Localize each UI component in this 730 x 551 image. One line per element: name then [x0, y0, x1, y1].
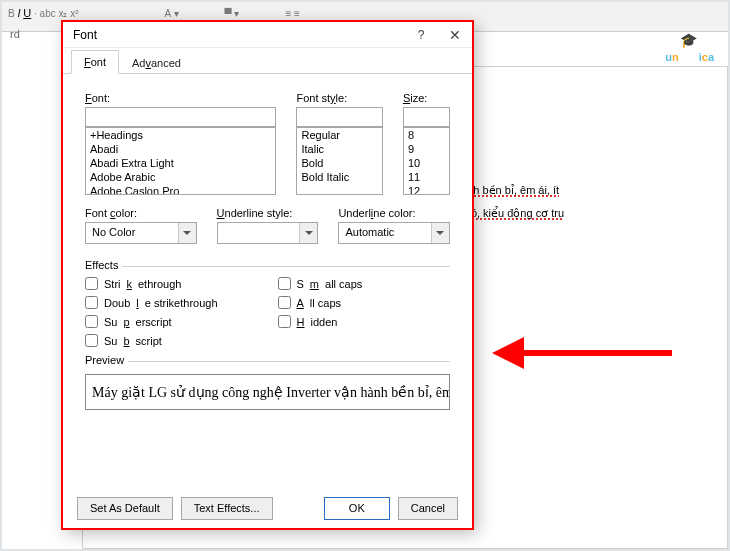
ok-button[interactable]: OK [324, 497, 390, 520]
chevron-down-icon[interactable] [178, 223, 196, 243]
underline-color-combo[interactable]: Automatic [338, 222, 450, 244]
cancel-button[interactable]: Cancel [398, 497, 458, 520]
set-default-button[interactable]: Set As Default [77, 497, 173, 520]
underline-style-combo[interactable] [217, 222, 319, 244]
list-item[interactable]: Bold Italic [297, 170, 381, 184]
screenshot-stage: B I U · abc x₂ x² A ▾ ▀ ▾ ≡ ≡ rd un🎓ica … [0, 0, 730, 551]
tab-advanced[interactable]: Advanced [119, 51, 194, 74]
chevron-down-icon[interactable] [431, 223, 449, 243]
size-label: Size: [403, 92, 450, 104]
list-item[interactable]: Adobe Arabic [86, 170, 275, 184]
list-item[interactable]: Italic [297, 142, 381, 156]
font-color-combo[interactable]: No Color [85, 222, 197, 244]
dialog-title: Font [73, 28, 404, 42]
superscript-checkbox[interactable]: Superscript [85, 315, 218, 328]
font-input[interactable] [85, 107, 276, 127]
hidden-checkbox[interactable]: Hidden [278, 315, 363, 328]
smallcaps-checkbox[interactable]: Small caps [278, 277, 363, 290]
dialog-panel: Font: +Headings Abadi Abadi Extra Light … [63, 74, 472, 420]
underline-style-label: Underline style: [217, 207, 319, 219]
list-item[interactable]: Bold [297, 156, 381, 170]
text-effects-button[interactable]: Text Effects... [181, 497, 273, 520]
list-item[interactable]: 12 [404, 184, 449, 195]
dialog-titlebar[interactable]: Font ? ✕ [63, 22, 472, 48]
chevron-down-icon[interactable] [299, 223, 317, 243]
effects-legend: Effects [85, 259, 122, 271]
allcaps-checkbox[interactable]: All caps [278, 296, 363, 309]
annotation-arrow [492, 332, 672, 372]
para-icon: ≡ ≡ [285, 8, 299, 19]
list-item[interactable]: 11 [404, 170, 449, 184]
font-style-input[interactable] [296, 107, 382, 127]
font-label: Font: [85, 92, 276, 104]
grad-cap-icon: 🎓 [679, 32, 699, 48]
dialog-button-bar: Set As Default Text Effects... OK Cancel [63, 488, 472, 528]
list-item[interactable]: Abadi [86, 142, 275, 156]
size-listbox[interactable]: 8 9 10 11 12 [403, 127, 450, 195]
preview-area: Máy giặt LG sử dụng công nghệ Inverter v… [85, 374, 450, 410]
list-item[interactable]: 10 [404, 156, 449, 170]
font-color-icon: A ▾ [165, 8, 179, 19]
font-color-label: Font color: [85, 207, 197, 219]
list-item[interactable]: 8 [404, 128, 449, 142]
subscript-checkbox[interactable]: Subscript [85, 334, 218, 347]
clipboard-group-label: rd [2, 24, 28, 44]
unica-watermark: un🎓ica [665, 28, 714, 70]
font-style-listbox[interactable]: Regular Italic Bold Bold Italic [296, 127, 382, 195]
list-item[interactable]: 9 [404, 142, 449, 156]
list-item[interactable]: Adobe Caslon Pro [86, 184, 275, 195]
underline-color-label: Underline color: [338, 207, 450, 219]
double-strike-checkbox[interactable]: Double strikethrough [85, 296, 218, 309]
list-item[interactable]: Abadi Extra Light [86, 156, 275, 170]
list-item[interactable]: Regular [297, 128, 381, 142]
font-listbox[interactable]: +Headings Abadi Abadi Extra Light Adobe … [85, 127, 276, 195]
help-button[interactable]: ? [404, 22, 438, 47]
list-item[interactable]: +Headings [86, 128, 275, 142]
preview-legend: Preview [85, 354, 128, 366]
close-button[interactable]: ✕ [438, 22, 472, 47]
tab-font[interactable]: Font [71, 50, 119, 74]
highlight-icon: ▀ ▾ [225, 8, 240, 19]
size-input[interactable] [403, 107, 450, 127]
font-dialog: Font ? ✕ Font Advanced Font: +Headings A… [61, 20, 474, 530]
dialog-tabstrip: Font Advanced [63, 48, 472, 74]
strike-checkbox[interactable]: Strikethrough [85, 277, 218, 290]
font-style-label: Font style: [296, 92, 382, 104]
arrow-head-icon [492, 337, 524, 369]
